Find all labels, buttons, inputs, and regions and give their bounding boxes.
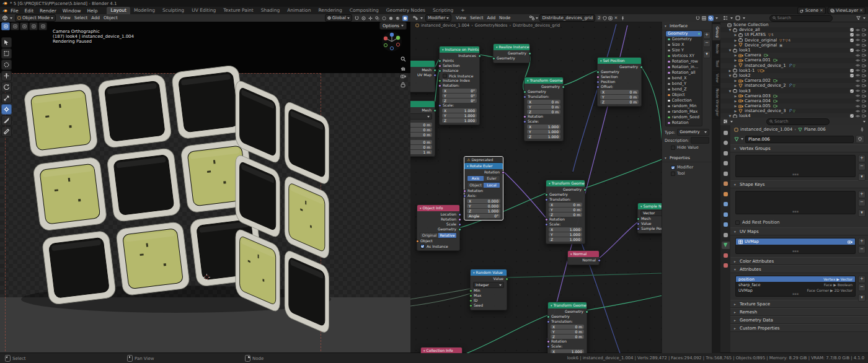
socket-position[interactable]: [596, 81, 600, 84]
cam-toggle-icon[interactable]: [862, 43, 866, 47]
workspace-tab-shading[interactable]: Shading: [257, 7, 283, 14]
outliner-row-instanced-device-3[interactable]: ▶instanced_device_3▽: [720, 108, 868, 113]
socket-points[interactable]: [438, 59, 441, 63]
viewport-menu-add[interactable]: Add: [89, 15, 102, 20]
value-field-z[interactable]: Z0 m: [600, 100, 639, 104]
interface-item-size-x[interactable]: Size X: [666, 42, 702, 48]
socket-selection[interactable]: [438, 64, 441, 68]
node-collection-info[interactable]: ▾Collection InfoInstancesOriginalRelativ…: [420, 347, 463, 353]
interface-item-random-seed[interactable]: random_Seed: [666, 115, 702, 120]
value-field-y[interactable]: Y1.000: [442, 113, 477, 118]
mode-selector[interactable]: Object Mode: [15, 14, 56, 22]
shapekey-add-button[interactable]: +: [858, 191, 866, 198]
tool-settings-icon-4[interactable]: [29, 22, 38, 30]
properties-tab-scene[interactable]: [722, 170, 730, 177]
value-field-z[interactable]: Z0 m: [549, 212, 582, 217]
properties-tab-object[interactable]: [722, 190, 730, 198]
chk-toggle-icon[interactable]: [850, 28, 854, 32]
value-field-v[interactable]: 0 m: [410, 128, 432, 132]
outliner-row-device-all[interactable]: ▼device_all: [720, 27, 868, 32]
uvmap-render-camera-icon[interactable]: [848, 240, 852, 244]
socket-geometry[interactable]: [583, 188, 587, 191]
workspace-tab-modeling[interactable]: Modeling: [130, 7, 159, 14]
cam-toggle-icon[interactable]: [862, 99, 866, 103]
color-attributes-panel-header[interactable]: ▸Color Attributes: [730, 257, 868, 265]
remesh-panel-header[interactable]: ▸Remesh: [730, 308, 868, 316]
add-rest-position-checkbox[interactable]: [735, 221, 740, 225]
expander-closed-icon[interactable]: ▶: [733, 38, 738, 42]
workspace-tab-texture-paint[interactable]: Texture Paint: [219, 7, 257, 14]
node-node[interactable]: ▾Mesh0 m0 m0 m0 m0 m1 m: [410, 100, 435, 157]
texture-space-panel-header[interactable]: ▸Texture Space: [730, 300, 868, 308]
viewport-tool-6[interactable]: [1, 93, 12, 103]
properties-editor[interactable]: instanced_device_1.004 › Plane.006 Plane…: [720, 118, 868, 353]
node-menu-node[interactable]: Node: [497, 15, 512, 20]
properties-tab-physics[interactable]: [722, 221, 730, 229]
socket-translation-[interactable]: [545, 198, 548, 201]
interface-item-rotation[interactable]: Rotation: [666, 120, 702, 126]
socket-translation-[interactable]: [523, 95, 526, 98]
properties-tab-output[interactable]: [722, 149, 730, 157]
node-header[interactable]: ▾Object Info: [417, 205, 459, 211]
outliner-row-camera-002[interactable]: ▶Camera.002: [720, 78, 868, 83]
eye-toggle-icon[interactable]: [856, 79, 860, 82]
attributes-panel-header[interactable]: ▾Attributes: [730, 265, 868, 273]
value-field-x[interactable]: X0 m: [549, 203, 582, 207]
value-field-z[interactable]: Z1.000: [467, 209, 500, 213]
vertex-groups-panel-header[interactable]: ▾Vertex Groups: [730, 144, 868, 152]
camera-view-icon[interactable]: [399, 72, 407, 80]
modifier-checkbox[interactable]: [671, 165, 675, 170]
node-random-value[interactable]: ▾Random ValueValueIntegerMinMaxIDSeed: [470, 269, 507, 310]
value-field-x[interactable]: X0 m: [527, 100, 560, 104]
socket-rotation[interactable]: [458, 218, 461, 221]
properties-tab-world[interactable]: [722, 180, 730, 188]
cam-toggle-icon[interactable]: [862, 33, 866, 37]
checkbox-as-instance[interactable]: [420, 244, 425, 248]
fake-user-shield-icon[interactable]: [603, 16, 607, 20]
eye-toggle-icon[interactable]: [856, 64, 860, 67]
overlays-chevron-icon[interactable]: [715, 17, 718, 19]
node-header[interactable]: ▾Transform Geometry: [546, 180, 585, 186]
snap-magnet-icon[interactable]: [355, 16, 359, 20]
uvmap-add-button[interactable]: +: [858, 238, 866, 245]
properties-tab-material[interactable]: [722, 251, 730, 259]
shape-keys-panel-header[interactable]: ▾Shape Keys: [730, 180, 868, 188]
node-header[interactable]: ▾Normal: [568, 251, 599, 257]
value-field-z[interactable]: Z0 m: [551, 335, 584, 339]
value-field-v[interactable]: 0 m: [410, 140, 432, 144]
socket-selection[interactable]: [596, 76, 600, 79]
viewport-tool-8[interactable]: [1, 115, 12, 126]
expander-open-icon[interactable]: ▼: [728, 89, 732, 93]
expander-closed-icon[interactable]: ▶: [733, 104, 738, 108]
outliner-row-ui-plates[interactable]: ▶UI PLATES▽5: [720, 32, 868, 37]
uv-maps-panel-header[interactable]: ▾UV Maps: [730, 227, 868, 235]
socket-scale-[interactable]: [545, 223, 548, 226]
scene-selector[interactable]: Scene ✕: [797, 7, 826, 14]
geometry-node-editor[interactable]: Modifier ViewSelectAddNode Distribute_de…: [410, 14, 721, 353]
outliner-row-look1-1[interactable]: ▶look1-1▽: [720, 68, 868, 73]
uvmap-remove-button[interactable]: −: [858, 246, 866, 253]
value-field-x[interactable]: X0 m: [600, 90, 639, 94]
cam-toggle-icon[interactable]: [862, 58, 866, 62]
cam-toggle-icon[interactable]: [862, 94, 866, 98]
nodetree-name-field[interactable]: Distribute_devices_grid: [539, 14, 595, 22]
interface-menu-button[interactable]: ▾: [703, 51, 711, 58]
node-transform-geometry[interactable]: ▾Transform GeometryGeometryGeometryTrans…: [546, 180, 585, 244]
vgroup-remove-button[interactable]: −: [858, 163, 866, 170]
value-field-v[interactable]: 0 m: [410, 123, 432, 127]
sidebar-tab-view[interactable]: View: [712, 71, 720, 85]
shapekey-remove-button[interactable]: −: [858, 199, 866, 206]
viewlayer-unlink-icon[interactable]: ✕: [859, 8, 863, 13]
properties-tab-modifiers[interactable]: [722, 201, 730, 208]
value-field-z[interactable]: Z0°: [442, 98, 477, 103]
attribute-row-sharp-face[interactable]: sharp_faceFace ▶ Boolean: [736, 282, 855, 287]
expander-open-icon[interactable]: ▼: [728, 74, 732, 77]
interface-add-button[interactable]: +: [703, 32, 711, 39]
eye-toggle-icon[interactable]: [856, 54, 860, 57]
socket-rotation-[interactable]: [438, 84, 441, 87]
node-normal[interactable]: ▾NormalNormal: [567, 250, 600, 265]
value-field-x[interactable]: X0 m: [551, 325, 584, 329]
node-transform-geometry[interactable]: ▾Transform GeometryGeometryGeometryTrans…: [524, 77, 564, 141]
workspace-tab-rendering[interactable]: Rendering: [314, 7, 345, 14]
node-menu-select[interactable]: Select: [468, 15, 485, 20]
